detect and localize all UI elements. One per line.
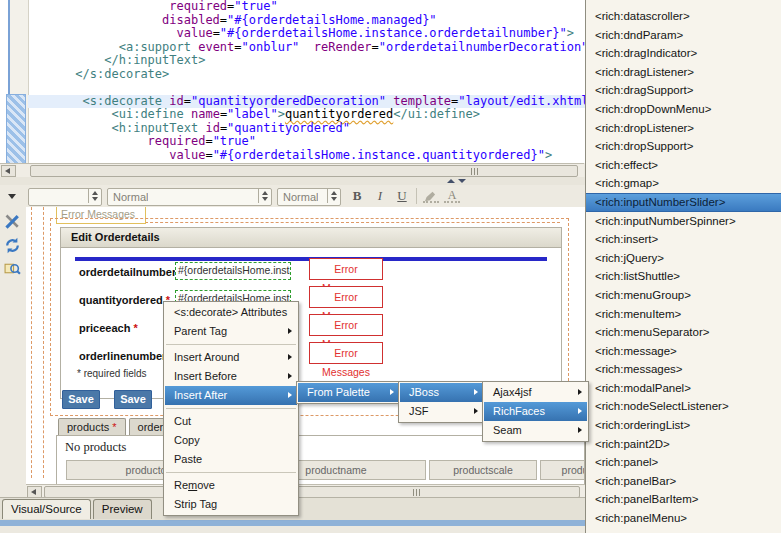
tag-list-item[interactable]: <rich:panelBar> bbox=[586, 472, 781, 491]
code-line[interactable]: </s:decorate> bbox=[28, 68, 585, 82]
submenu-arrow-icon bbox=[578, 427, 582, 433]
error-messages-box[interactable]: Error Messages bbox=[309, 342, 383, 364]
code-line[interactable] bbox=[28, 81, 585, 95]
toolbar-menu-caret-icon[interactable] bbox=[8, 194, 16, 199]
scroll-thumb[interactable] bbox=[30, 165, 578, 177]
italic-button[interactable]: I bbox=[371, 188, 389, 204]
code-lines[interactable]: required="true" disabled="#{orderdetails… bbox=[28, 0, 585, 163]
error-messages-box[interactable]: Error Messages bbox=[309, 314, 383, 336]
tag-list-item[interactable]: <rich:menuSeparator> bbox=[586, 323, 781, 342]
menu-item-paste[interactable]: Paste bbox=[165, 450, 297, 469]
menu-item-parent-tag[interactable]: Parent Tag bbox=[165, 322, 297, 341]
save-button[interactable]: Save bbox=[114, 390, 152, 409]
code-line[interactable]: </h:inputText> bbox=[28, 54, 585, 68]
menu-separator bbox=[166, 472, 296, 473]
menu-item-insert-after[interactable]: Insert After bbox=[165, 386, 297, 405]
save-button[interactable]: Save bbox=[62, 390, 100, 409]
tag-list-item[interactable]: <rich:dropListener> bbox=[586, 119, 781, 138]
paragraph-value: Normal bbox=[113, 190, 148, 204]
refresh-icon[interactable] bbox=[4, 237, 21, 254]
menu-item-strip-tag[interactable]: Strip Tag bbox=[165, 495, 297, 514]
highlight-color-icon[interactable] bbox=[423, 188, 439, 203]
code-line[interactable]: value="#{orderdetailsHome.instance.quant… bbox=[28, 149, 585, 163]
tag-list-item[interactable]: <rich:panel> bbox=[586, 453, 781, 472]
combo-spinner-icon[interactable] bbox=[88, 189, 101, 203]
style-class-combo[interactable] bbox=[28, 188, 102, 206]
menu-item-s-decorate-attributes[interactable]: <s:decorate> Attributes bbox=[165, 303, 297, 322]
menu-item-remove[interactable]: Remove bbox=[165, 476, 297, 495]
table-header-cell[interactable]: productscale bbox=[429, 460, 537, 480]
tag-list-item[interactable]: <rich:dragIndicator> bbox=[586, 44, 781, 63]
tag-list-item[interactable]: <rich:inputNumberSpinner> bbox=[586, 212, 781, 231]
error-messages-box[interactable]: Error Messages bbox=[309, 286, 383, 308]
font-combo[interactable]: Normal bbox=[277, 188, 341, 206]
underline-button[interactable]: U bbox=[393, 188, 411, 204]
tag-list-item[interactable]: <rich:dragListener> bbox=[586, 63, 781, 82]
splitter-up-icon[interactable] bbox=[447, 179, 455, 183]
tag-list-item[interactable]: <rich:insert> bbox=[586, 230, 781, 249]
code-line[interactable]: <s:decorate id="quantityorderedDecoratio… bbox=[28, 95, 585, 109]
splitter-down-icon[interactable] bbox=[458, 179, 466, 183]
code-line[interactable]: value="#{orderdetailsHome.instance.order… bbox=[28, 27, 585, 41]
scroll-left-icon[interactable] bbox=[27, 486, 42, 497]
tag-list-item[interactable]: <rich:menuGroup> bbox=[586, 286, 781, 305]
editor-tab-preview[interactable]: Preview bbox=[93, 499, 152, 519]
menu-item-insert-before[interactable]: Insert Before bbox=[165, 367, 297, 386]
font-color-icon[interactable]: A bbox=[444, 188, 460, 203]
code-line[interactable]: required="true" bbox=[28, 135, 585, 149]
relation-tab-products[interactable]: products * bbox=[58, 418, 126, 436]
tag-list-item[interactable]: <rich:panelMenu> bbox=[586, 509, 781, 528]
menu-item-jsf[interactable]: JSF bbox=[400, 402, 483, 421]
menu-item-cut[interactable]: Cut bbox=[165, 412, 297, 431]
paragraph-combo[interactable]: Normal bbox=[107, 188, 272, 206]
code-line[interactable]: disabled="#{orderdetailsHome.managed}" bbox=[28, 14, 585, 28]
tag-list-item[interactable]: <rich:nodeSelectListener> bbox=[586, 397, 781, 416]
tag-list-item[interactable]: <rich:dropDownMenu> bbox=[586, 100, 781, 119]
tag-list-item[interactable]: <rich:effect> bbox=[586, 156, 781, 175]
code-line[interactable]: <h:inputText id="quantityordered" bbox=[28, 122, 585, 136]
combo-spinner-icon[interactable] bbox=[258, 189, 271, 203]
table-header-cell[interactable]: produ bbox=[540, 460, 585, 480]
tag-list-item[interactable]: <rich:inputNumberSlider> bbox=[586, 193, 781, 212]
tag-list-item[interactable]: <rich:jQuery> bbox=[586, 249, 781, 268]
menu-item-seam[interactable]: Seam bbox=[484, 421, 587, 440]
menu-item-copy[interactable]: Copy bbox=[165, 431, 297, 450]
code-line[interactable]: <a:support event="onblur" reRender="orde… bbox=[28, 41, 585, 55]
tag-list-item[interactable]: <rich:modalPanel> bbox=[586, 379, 781, 398]
visual-editor-toolbar: Normal Normal B I U A bbox=[0, 185, 585, 208]
selected-range-marker bbox=[6, 94, 26, 165]
submenu-library: Ajax4jsfRichFacesSeam bbox=[482, 381, 589, 442]
canvas-hscrollbar[interactable] bbox=[26, 484, 585, 497]
combo-spinner-icon[interactable] bbox=[327, 189, 340, 203]
tag-list-item[interactable]: <rich:message> bbox=[586, 342, 781, 361]
tag-list-item[interactable]: <rich:panelBarItem> bbox=[586, 490, 781, 509]
preferences-tools-icon[interactable] bbox=[4, 213, 21, 230]
menu-item-richfaces[interactable]: RichFaces bbox=[484, 402, 587, 421]
scroll-thumb[interactable] bbox=[44, 486, 580, 497]
tag-list-item[interactable]: <rich:orderingList> bbox=[586, 416, 781, 435]
scroll-left-icon[interactable] bbox=[1, 165, 16, 177]
bold-button[interactable]: B bbox=[348, 188, 366, 204]
code-line[interactable]: required="true" bbox=[28, 0, 585, 14]
submenu-arrow-icon bbox=[288, 392, 292, 398]
tag-list-item[interactable]: <rich:listShuttle> bbox=[586, 267, 781, 286]
submenu-arrow-icon bbox=[578, 389, 582, 395]
tag-list-item[interactable]: <rich:dragSupport> bbox=[586, 81, 781, 100]
tag-list-item[interactable]: <rich:datascroller> bbox=[586, 7, 781, 26]
code-line[interactable]: <ui:define name="label">quantityordered<… bbox=[28, 108, 585, 122]
source-editor[interactable]: required="true" disabled="#{orderdetails… bbox=[0, 0, 586, 163]
form-input[interactable]: #{orderdetailsHome.instar bbox=[175, 262, 291, 280]
tag-list-item[interactable]: <rich:messages> bbox=[586, 360, 781, 379]
select-element-icon[interactable] bbox=[4, 260, 21, 277]
error-messages-box[interactable]: Error Messages bbox=[309, 258, 383, 280]
menu-item-jboss[interactable]: JBoss bbox=[400, 383, 483, 402]
tag-list-item[interactable]: <rich:paint2D> bbox=[586, 435, 781, 454]
tag-list-item[interactable]: <rich:gmap> bbox=[586, 174, 781, 193]
menu-item-from-palette[interactable]: From Palette bbox=[298, 383, 399, 402]
menu-item-insert-around[interactable]: Insert Around bbox=[165, 348, 297, 367]
tag-list-item[interactable]: <rich:dndParam> bbox=[586, 26, 781, 45]
tag-list-item[interactable]: <rich:menuItem> bbox=[586, 305, 781, 324]
menu-item-ajax4jsf[interactable]: Ajax4jsf bbox=[484, 383, 587, 402]
tag-list-item[interactable]: <rich:dropSupport> bbox=[586, 137, 781, 156]
editor-tab-visual-source[interactable]: Visual/Source bbox=[2, 499, 91, 519]
